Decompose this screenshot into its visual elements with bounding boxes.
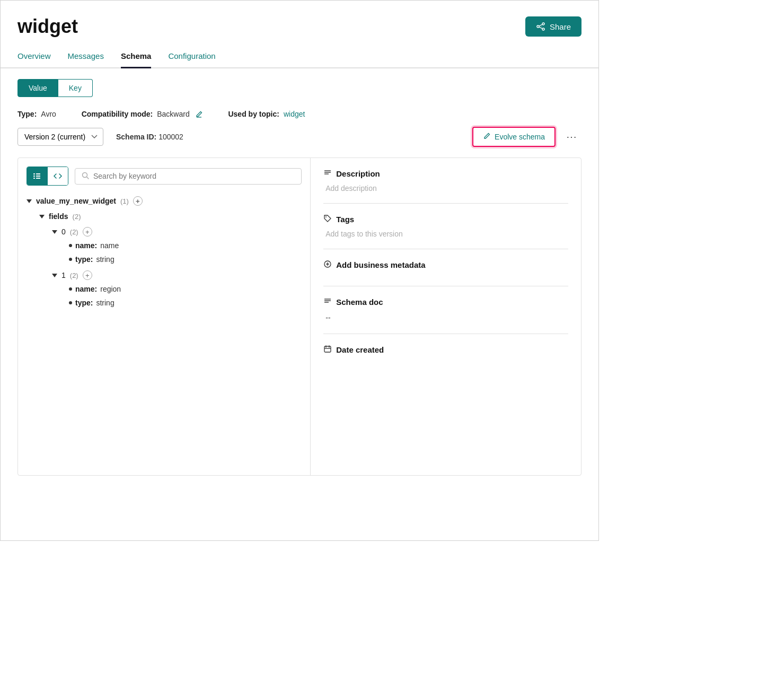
- bullet-icon: [69, 287, 72, 291]
- code-view-btn[interactable]: [47, 167, 68, 185]
- schema-doc-value: --: [323, 312, 568, 323]
- date-created-label: Date created: [336, 345, 384, 354]
- evolve-schema-button[interactable]: Evolve schema: [472, 127, 556, 147]
- schema-doc-title: Schema doc: [323, 297, 568, 307]
- more-options-button[interactable]: ⋯: [562, 128, 581, 145]
- version-right: Evolve schema ⋯: [472, 127, 581, 147]
- tree-view-btn[interactable]: [27, 167, 47, 185]
- svg-rect-6: [33, 173, 35, 174]
- tree-leaf: type: string: [69, 252, 302, 266]
- leaf-key: name:: [75, 241, 97, 250]
- sub-toggle: Value Key: [1, 68, 598, 97]
- fields-caret[interactable]: [39, 215, 45, 218]
- search-box: [75, 168, 302, 185]
- date-created-title: Date created: [323, 345, 568, 355]
- version-select[interactable]: Version 2 (current): [17, 128, 103, 146]
- meta-sep1: [67, 110, 71, 118]
- toolbar-row: [27, 167, 302, 186]
- description-section: Description Add description: [323, 169, 568, 204]
- left-panel: value_my_new_widget (1) + fields (2): [18, 158, 311, 475]
- leaf-key: type:: [75, 255, 93, 264]
- type-label: Type:: [17, 110, 37, 118]
- description-placeholder[interactable]: Add description: [323, 184, 568, 192]
- share-button[interactable]: Share: [525, 16, 581, 37]
- leaf-val: string: [96, 299, 114, 307]
- svg-point-2: [542, 28, 544, 30]
- svg-point-5: [539, 25, 542, 28]
- root-caret[interactable]: [27, 199, 32, 203]
- svg-rect-24: [324, 346, 331, 352]
- tree-leaf: name: region: [69, 282, 302, 296]
- description-icon: [323, 169, 332, 179]
- evolve-icon: [483, 132, 491, 142]
- fields-node: fields (2) 0 (2) +: [39, 210, 302, 310]
- search-input[interactable]: [93, 172, 295, 180]
- svg-rect-7: [33, 176, 35, 177]
- svg-rect-8: [33, 178, 35, 179]
- node0-label: 0 (2) +: [52, 225, 302, 239]
- node1-index: 1: [61, 271, 66, 279]
- tab-messages[interactable]: Messages: [68, 46, 104, 68]
- business-metadata-icon: [323, 260, 332, 270]
- description-label: Description: [336, 169, 380, 178]
- node0-caret[interactable]: [52, 230, 57, 234]
- schema-doc-section: Schema doc --: [323, 297, 568, 334]
- toggle-key[interactable]: Key: [58, 79, 93, 97]
- tab-configuration[interactable]: Configuration: [168, 46, 215, 68]
- node1-caret[interactable]: [52, 274, 57, 277]
- toggle-value[interactable]: Value: [17, 79, 58, 97]
- svg-point-1: [542, 23, 544, 25]
- svg-rect-9: [36, 173, 40, 174]
- used-value-link[interactable]: widget: [284, 110, 305, 118]
- tags-section: Tags Add tags to this version: [323, 214, 568, 249]
- date-created-section: Date created: [323, 345, 568, 365]
- date-created-icon: [323, 345, 332, 355]
- node0-children: name: name type: string: [69, 239, 302, 266]
- node1-label: 1 (2) +: [52, 268, 302, 282]
- meta-row: Type: Avro Compatibility mode: Backward …: [1, 97, 598, 124]
- share-label: Share: [550, 22, 571, 31]
- schema-doc-icon: [323, 297, 332, 307]
- description-title: Description: [323, 169, 568, 179]
- node1-add-btn[interactable]: +: [83, 270, 92, 280]
- evolve-label: Evolve schema: [495, 133, 545, 141]
- view-toggle-group: [27, 167, 68, 186]
- schema-doc-label: Schema doc: [336, 298, 383, 307]
- fields-name: fields: [49, 212, 68, 221]
- node1-count: (2): [70, 272, 78, 279]
- tags-placeholder[interactable]: Add tags to this version: [323, 230, 568, 238]
- compat-value: Backward: [157, 110, 189, 118]
- node0-add-btn[interactable]: +: [83, 227, 92, 237]
- business-metadata-section: Add business metadata: [323, 260, 568, 286]
- share-icon: [536, 22, 545, 31]
- search-icon: [82, 172, 89, 181]
- fields-count: (2): [73, 213, 81, 221]
- page-header: widget Share: [1, 1, 598, 46]
- root-add-btn[interactable]: +: [133, 196, 143, 206]
- root-count: (1): [120, 197, 129, 205]
- tree-node-1: 1 (2) + name: region: [52, 268, 302, 310]
- version-row: Version 2 (current) Schema ID: 100002 Ev…: [1, 124, 598, 158]
- tab-overview[interactable]: Overview: [17, 46, 51, 68]
- type-value: Avro: [41, 110, 56, 118]
- leaf-val: region: [100, 285, 121, 293]
- node0-index: 0: [61, 228, 66, 236]
- business-metadata-btn[interactable]: Add business metadata: [323, 260, 568, 270]
- tags-title: Tags: [323, 214, 568, 224]
- tab-schema[interactable]: Schema: [121, 46, 152, 68]
- edit-compat-icon[interactable]: [195, 110, 203, 118]
- schema-id-label: Schema ID:: [116, 133, 156, 141]
- svg-rect-10: [36, 176, 40, 177]
- schema-id: Schema ID: 100002: [116, 133, 183, 141]
- tree-children: fields (2) 0 (2) +: [39, 210, 302, 310]
- tree-node-0: 0 (2) + name: name: [52, 225, 302, 266]
- root-name: value_my_new_widget: [36, 197, 116, 205]
- compat-label: Compatibility mode:: [82, 110, 153, 118]
- svg-line-13: [87, 177, 89, 179]
- bullet-icon: [69, 258, 72, 261]
- schema-tree: value_my_new_widget (1) + fields (2): [27, 194, 302, 310]
- svg-rect-11: [36, 178, 40, 179]
- leaf-val: string: [96, 255, 114, 264]
- svg-point-17: [325, 216, 327, 217]
- tags-label: Tags: [336, 215, 354, 224]
